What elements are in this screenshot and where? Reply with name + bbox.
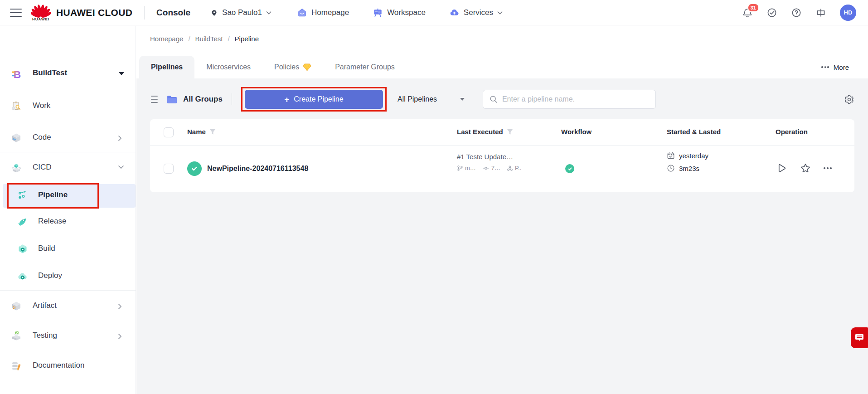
sidebar-item-deploy[interactable]: Deploy [0,265,136,287]
more-button[interactable]: More [821,56,849,78]
sidebar-item-work[interactable]: Work [0,95,136,117]
row-checkbox-cell [164,164,174,174]
breadcrumb-buildtest[interactable]: BuildTest [195,35,223,43]
create-pipeline-button[interactable]: + Create Pipeline [245,90,383,109]
sidebar: B BuildTest Work Co [0,26,136,394]
column-label: Started & Lasted [667,128,721,136]
pipeline-icon [17,190,28,201]
branch-label: m… [465,165,476,171]
buildtest-project-icon: B [11,68,22,79]
sidebar-item-label: Work [33,101,50,110]
sidebar-project-label: BuildTest [33,68,67,78]
sidebar-item-build[interactable]: Build [0,238,136,260]
row-more-actions-icon[interactable] [824,167,832,169]
tab-pipelines[interactable]: Pipelines [139,56,194,78]
location-pin-icon [210,8,218,17]
tab-parameter-groups[interactable]: Parameter Groups [323,56,407,78]
workbench-layout-icon[interactable] [815,7,826,18]
build-icon [17,243,28,254]
chevron-down-icon [497,11,503,15]
started-value: yesterday [679,152,708,160]
duration-value: 3m23s [679,165,699,172]
row-checkbox[interactable] [164,164,174,174]
topbar-divider [144,6,145,19]
all-groups-label[interactable]: All Groups [183,95,223,104]
svg-text:B: B [14,68,21,80]
chevron-right-icon [118,135,122,141]
workspace-icon [373,7,383,18]
avatar[interactable]: HD [840,5,856,21]
gem-icon [303,63,311,71]
console-link[interactable]: Console [156,8,190,18]
pipeline-name-link[interactable]: NewPipeline-20240716113548 [207,165,308,173]
sidebar-item-documentation[interactable]: Documentation [0,355,136,377]
breadcrumb-current: Pipeline [235,35,259,43]
filter-icon[interactable] [209,129,216,135]
started-lasted-cell: yesterday 3m23s [667,151,708,172]
row-name-cell: NewPipeline-20240716113548 [187,161,308,176]
group-list-icon[interactable] [151,95,160,103]
brand-title: HUAWEI CLOUD [56,7,132,18]
release-icon [17,216,28,227]
chat-bubble-icon [854,332,865,343]
notifications-button[interactable]: 31 [742,7,753,18]
filter-icon[interactable] [507,129,513,135]
tab-label: Pipelines [151,63,183,71]
nav-homepage[interactable]: Homepage [297,7,349,18]
pipeline-table: Name Last Executed Workflow Started & La… [150,119,854,192]
sidebar-item-release[interactable]: Release [0,210,136,233]
run-meta: m… 7… [457,165,521,171]
settings-gear-icon[interactable] [844,94,854,105]
run-play-icon[interactable] [776,162,787,174]
cicd-icon [11,162,22,173]
menu-icon[interactable] [10,9,22,17]
favorite-star-icon[interactable] [800,162,811,174]
sidebar-item-label: Build [38,244,55,253]
operation-cell [776,162,832,174]
region-label: Sao Paulo1 [222,8,262,17]
topbar-actions: 31 HD [742,5,856,21]
chevron-right-icon [118,303,122,310]
sidebar-item-testing[interactable]: Testing [0,325,136,347]
region-selector[interactable]: Sao Paulo1 [210,8,272,17]
huawei-logo[interactable]: HUAWEI [31,4,51,21]
huawei-logo-text: HUAWEI [32,17,49,21]
help-icon[interactable] [791,7,802,18]
chevron-down-icon [118,165,124,169]
nav-services-label: Services [464,8,493,17]
tab-label: Parameter Groups [335,63,395,71]
sidebar-item-artifact[interactable]: Artifact [0,295,136,317]
nav-workspace[interactable]: Workspace [373,7,426,18]
run-title-link[interactable]: #1 Teste Update… [457,153,521,161]
sidebar-item-pipeline[interactable]: Pipeline [0,184,136,207]
select-all-checkbox[interactable] [164,127,174,137]
home-icon [297,7,307,18]
nav-services[interactable]: Services [449,7,503,18]
sidebar-item-code[interactable]: Code [0,126,136,149]
started-line: yesterday [667,151,708,160]
tab-microservices[interactable]: Microservices [194,56,262,78]
breadcrumb-homepage[interactable]: Homepage [150,35,183,43]
tasks-check-icon[interactable] [766,7,777,18]
code-icon [11,132,22,143]
artifact-icon [11,301,22,311]
workflow-cell [565,164,574,173]
nav-workspace-label: Workspace [387,8,426,17]
chevron-right-icon [118,333,122,340]
sidebar-item-cicd[interactable]: CICD [0,156,136,179]
sidebar-project-switcher[interactable]: B BuildTest [0,62,136,85]
column-label: Workflow [561,128,592,136]
column-workflow: Workflow [561,128,592,136]
tab-policies[interactable]: Policies [262,56,323,78]
topbar: HUAWEI HUAWEI CLOUD Console Sao Paulo1 H… [0,0,868,25]
sidebar-item-label: Release [38,217,66,226]
folder-icon[interactable] [166,95,178,104]
plus-icon: + [284,95,289,104]
chevron-down-icon [266,11,272,15]
sidebar-item-label: Code [33,133,51,142]
table-header: Name Last Executed Workflow Started & La… [150,119,854,146]
column-label: Name [187,128,206,136]
pipeline-scope-select[interactable]: All Pipelines [398,95,465,103]
feedback-chat-widget[interactable] [851,327,868,348]
search-input[interactable] [502,95,649,103]
